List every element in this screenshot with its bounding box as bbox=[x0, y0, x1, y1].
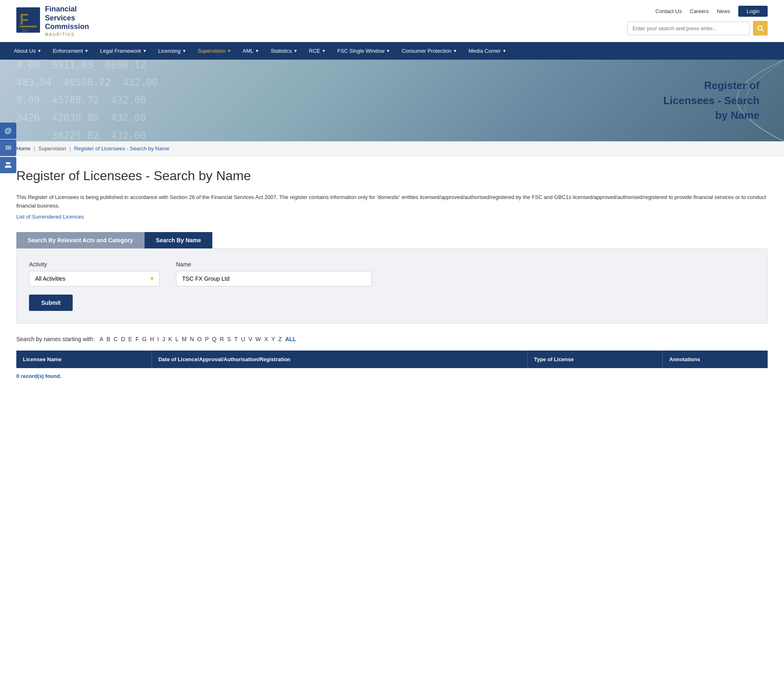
fsc-logo-icon: F SC bbox=[16, 7, 41, 34]
hero-banner: 0.00 5311.83 6690.12 483.94 49566.72 432… bbox=[0, 60, 784, 141]
name-group: Name bbox=[176, 261, 372, 286]
alpha-n[interactable]: N bbox=[190, 336, 194, 342]
nav-legal-framework[interactable]: Legal Framework ▼ bbox=[94, 42, 152, 60]
svg-text:F: F bbox=[20, 11, 29, 28]
news-link[interactable]: News bbox=[717, 8, 731, 14]
breadcrumb-current: Register of Licensees - Search by Name bbox=[74, 145, 169, 152]
surrendered-link[interactable]: List of Surrendered Licences bbox=[16, 214, 84, 220]
nav-media-corner[interactable]: Media Corner ▼ bbox=[463, 42, 512, 60]
nav-bar: About Us ▼ Enforcement ▼ Legal Framework… bbox=[0, 42, 784, 60]
activity-select[interactable]: All Activities Banking Insurance Securit… bbox=[29, 271, 160, 286]
alpha-r[interactable]: R bbox=[220, 336, 224, 342]
nav-enforcement-arrow: ▼ bbox=[85, 49, 89, 53]
alpha-e[interactable]: E bbox=[128, 336, 132, 342]
nav-statistics[interactable]: Statistics ▼ bbox=[265, 42, 303, 60]
alpha-k[interactable]: K bbox=[168, 336, 172, 342]
nav-about-us-arrow: ▼ bbox=[37, 49, 41, 53]
activity-label: Activity bbox=[29, 261, 160, 268]
alpha-a[interactable]: A bbox=[99, 336, 103, 342]
breadcrumb-supervision: Supervision bbox=[38, 145, 66, 152]
mail-side-icon[interactable]: ✉ bbox=[0, 140, 16, 156]
alpha-g[interactable]: G bbox=[142, 336, 147, 342]
alpha-s[interactable]: S bbox=[227, 336, 231, 342]
svg-line-7 bbox=[762, 30, 763, 31]
careers-link[interactable]: Careers bbox=[690, 8, 708, 14]
svg-point-0 bbox=[6, 162, 9, 165]
side-icons: @ ✉ bbox=[0, 123, 16, 173]
alpha-prefix: Search by names starting with: bbox=[16, 336, 94, 342]
hero-title: Register ofLicensees - Searchby Name bbox=[663, 78, 784, 123]
alpha-p[interactable]: P bbox=[205, 336, 209, 342]
alpha-x[interactable]: X bbox=[264, 336, 268, 342]
hero-numbers: 0.00 5311.83 6690.12 483.94 49566.72 432… bbox=[16, 60, 158, 141]
nav-consumer-arrow: ▼ bbox=[453, 49, 457, 53]
svg-point-6 bbox=[758, 26, 762, 30]
activity-group: Activity All Activities Banking Insuranc… bbox=[29, 261, 160, 286]
alpha-h[interactable]: H bbox=[150, 336, 154, 342]
alpha-q[interactable]: Q bbox=[212, 336, 216, 342]
breadcrumb: Home | Supervision | Register of License… bbox=[0, 141, 784, 156]
form-row: Activity All Activities Banking Insuranc… bbox=[29, 261, 755, 286]
breadcrumb-sep-1: | bbox=[34, 145, 35, 152]
nav-supervision[interactable]: Supervision ▼ bbox=[192, 42, 237, 60]
alpha-c[interactable]: C bbox=[114, 336, 118, 342]
name-input[interactable] bbox=[176, 271, 372, 286]
col-header-annotations: Annotations bbox=[662, 351, 768, 368]
main-content: Register of Licensees - Search by Name T… bbox=[0, 156, 784, 392]
alpha-u[interactable]: U bbox=[241, 336, 245, 342]
table-header-row: Licensee Name Date of Licence/Approval/A… bbox=[16, 351, 768, 368]
nav-rce[interactable]: RCE ▼ bbox=[303, 42, 332, 60]
alpha-o[interactable]: O bbox=[197, 336, 202, 342]
col-header-date: Date of Licence/Approval/Authorisation/R… bbox=[151, 351, 527, 368]
top-right: Contact Us Careers News Login bbox=[627, 6, 768, 36]
description-text: This Register of Licensees is being publ… bbox=[16, 193, 768, 210]
alpha-f[interactable]: F bbox=[136, 336, 139, 342]
nav-legal-framework-arrow: ▼ bbox=[143, 49, 147, 53]
group-side-icon[interactable] bbox=[0, 157, 16, 173]
svg-text:SC: SC bbox=[22, 28, 28, 33]
nav-fsc-single-window[interactable]: FSC Single Window ▼ bbox=[332, 42, 396, 60]
alpha-j[interactable]: J bbox=[162, 336, 165, 342]
logo-text: Financial Services Commission MAURITIUS bbox=[45, 5, 89, 37]
top-links: Contact Us Careers News Login bbox=[655, 6, 768, 17]
col-header-type: Type of License bbox=[527, 351, 662, 368]
alpha-t[interactable]: T bbox=[234, 336, 238, 342]
search-tabs: Search By Relevant Acts and Category Sea… bbox=[16, 232, 768, 248]
alpha-d[interactable]: D bbox=[121, 336, 125, 342]
contact-us-link[interactable]: Contact Us bbox=[655, 8, 682, 14]
nav-aml[interactable]: AML ▼ bbox=[237, 42, 265, 60]
nav-supervision-arrow: ▼ bbox=[227, 49, 231, 53]
alpha-y[interactable]: Y bbox=[271, 336, 275, 342]
alpha-w[interactable]: W bbox=[256, 336, 261, 342]
alpha-m[interactable]: M bbox=[182, 336, 187, 342]
submit-button[interactable]: Submit bbox=[29, 295, 73, 311]
nav-about-us[interactable]: About Us ▼ bbox=[8, 42, 47, 60]
search-form-box: Activity All Activities Banking Insuranc… bbox=[16, 248, 768, 324]
col-header-licensee-name: Licensee Name bbox=[16, 351, 151, 368]
login-button[interactable]: Login bbox=[738, 6, 768, 17]
nav-consumer-protection[interactable]: Consumer Protection ▼ bbox=[396, 42, 463, 60]
nav-licensing[interactable]: Licensing ▼ bbox=[152, 42, 192, 60]
tab-search-by-category[interactable]: Search By Relevant Acts and Category bbox=[16, 232, 145, 248]
search-input[interactable] bbox=[627, 22, 750, 35]
email-side-icon[interactable]: @ bbox=[0, 123, 16, 139]
breadcrumb-home[interactable]: Home bbox=[16, 145, 31, 152]
search-row bbox=[627, 21, 768, 36]
alpha-search: Search by names starting with: A B C D E… bbox=[16, 336, 768, 342]
activity-select-wrapper: All Activities Banking Insurance Securit… bbox=[29, 271, 160, 286]
alpha-v[interactable]: V bbox=[248, 336, 252, 342]
alpha-l[interactable]: L bbox=[176, 336, 179, 342]
svg-point-1 bbox=[8, 162, 11, 165]
nav-fsc-window-arrow: ▼ bbox=[386, 49, 390, 53]
logo-area: F SC Financial Services Commission MAURI… bbox=[16, 5, 89, 37]
tab-search-by-name[interactable]: Search By Name bbox=[145, 232, 213, 248]
results-table: Licensee Name Date of Licence/Approval/A… bbox=[16, 351, 768, 368]
nav-enforcement[interactable]: Enforcement ▼ bbox=[47, 42, 94, 60]
records-found: 0 record(s) found. bbox=[16, 373, 768, 379]
alpha-z[interactable]: Z bbox=[278, 336, 282, 342]
nav-media-arrow: ▼ bbox=[502, 49, 506, 53]
alpha-all[interactable]: ALL bbox=[285, 336, 296, 342]
alpha-i[interactable]: I bbox=[157, 336, 159, 342]
alpha-b[interactable]: B bbox=[107, 336, 110, 342]
search-icon[interactable] bbox=[753, 21, 768, 36]
